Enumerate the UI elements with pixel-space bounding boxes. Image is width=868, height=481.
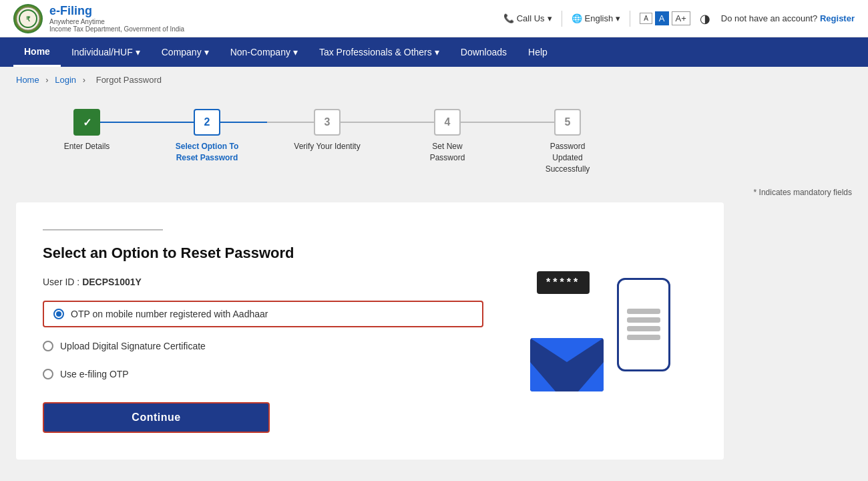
dropdown-icon: ▾	[136, 47, 140, 57]
option-efiling-otp[interactable]: Use e-filing OTP	[43, 365, 483, 383]
phone-icon: 📞	[503, 13, 514, 23]
step-4-circle: 4	[434, 109, 461, 136]
phone-line3	[627, 326, 660, 331]
step-line-3a	[267, 122, 314, 123]
logo-emblem: ₹	[13, 4, 43, 33]
font-small-button[interactable]: A	[640, 13, 652, 24]
step-2-circle: 2	[194, 109, 220, 136]
font-size-controls: A A A+	[640, 11, 690, 25]
step-1-label: Enter Details	[64, 141, 110, 152]
option-dsc[interactable]: Upload Digital Signature Certificate	[43, 337, 483, 355]
card: Select an Option to Reset Password User …	[16, 202, 724, 460]
radio-efiling	[43, 369, 53, 379]
top-bar: ₹ e-Filing Anywhere Anytime Income Tax D…	[0, 0, 868, 37]
nav-home[interactable]: Home	[13, 37, 61, 67]
card-title-line	[43, 229, 163, 230]
phone-line4	[627, 335, 660, 340]
radio-dot	[56, 311, 61, 317]
step-5: 5 Password Updated Successfully	[507, 109, 628, 174]
nav-company[interactable]: Company ▾	[151, 37, 220, 67]
step-1: ✓ Enter Details	[27, 109, 147, 152]
step-5-circle: 5	[554, 109, 581, 136]
logo-text: e-Filing Anywhere Anytime Income Tax Dep…	[49, 4, 184, 33]
dropdown-icon4: ▾	[435, 47, 439, 57]
step-line-2b	[220, 122, 267, 123]
step-4: 4 Set New Password	[387, 109, 507, 164]
step-line-4a	[387, 122, 434, 123]
option-list: OTP on mobile number registered with Aad…	[43, 301, 483, 383]
envelope-illustration	[530, 338, 604, 391]
breadcrumb: Home › Login › Forgot Password	[0, 67, 868, 93]
step-3: 3 Verify Your Identity	[267, 109, 387, 152]
step-line-4b	[461, 122, 507, 123]
font-large-button[interactable]: A+	[672, 11, 690, 25]
top-right: 📞 Call Us ▾ 🌐 English ▾ A A A+ ◑ Do not …	[503, 11, 855, 27]
continue-button[interactable]: Continue	[43, 402, 270, 433]
breadcrumb-sep2: ›	[83, 75, 85, 85]
nav-individual[interactable]: Individual/HUF ▾	[61, 37, 151, 67]
breadcrumb-home[interactable]: Home	[16, 75, 39, 85]
call-us-button[interactable]: 📞 Call Us ▾	[503, 13, 552, 23]
divider2	[630, 11, 630, 27]
step-5-label: Password Updated Successfully	[534, 141, 601, 174]
envelope-left	[530, 362, 556, 391]
logo-tagline: Anywhere Anytime Income Tax Department, …	[49, 18, 184, 33]
step-3-label: Verify Your Identity	[294, 141, 360, 152]
radio-dsc	[43, 341, 53, 351]
contrast-button[interactable]: ◑	[700, 11, 710, 26]
language-button[interactable]: 🌐 English ▾	[572, 13, 621, 23]
top-actions: 📞 Call Us ▾ 🌐 English ▾ A A A+ ◑	[503, 11, 710, 27]
step-4-label: Set New Password	[414, 141, 481, 164]
envelope-right	[578, 362, 604, 391]
step-line-2a	[147, 122, 194, 123]
envelope-body	[530, 338, 604, 391]
option-aadhaar-label: OTP on mobile number registered with Aad…	[71, 309, 268, 319]
nav-tax-professionals[interactable]: Tax Professionals & Others ▾	[308, 37, 450, 67]
dropdown-icon2: ▾	[204, 47, 209, 57]
logo-area: ₹ e-Filing Anywhere Anytime Income Tax D…	[13, 4, 184, 33]
phone-line1	[627, 309, 660, 314]
register-link[interactable]: Register	[820, 13, 855, 23]
phone-illustration	[617, 278, 670, 371]
nav-non-company[interactable]: Non-Company ▾	[220, 37, 308, 67]
card-left: Select an Option to Reset Password User …	[43, 229, 483, 433]
option-efiling-label: Use e-filing OTP	[60, 369, 129, 379]
card-title: Select an Option to Reset Password	[43, 244, 483, 263]
user-id-row: User ID : DECPS1001Y	[43, 277, 483, 287]
breadcrumb-sep1: ›	[45, 75, 48, 85]
progress-area: ✓ Enter Details 2 Select Option To Reset…	[0, 93, 868, 185]
step-2-label: Select Option To Reset Password	[174, 141, 240, 164]
globe-icon: 🌐	[572, 13, 582, 23]
envelope-flap	[530, 338, 604, 362]
register-area: Do not have an account? Register	[721, 13, 855, 23]
nav-help[interactable]: Help	[517, 37, 558, 67]
divider	[562, 11, 562, 27]
main-content: Select an Option to Reset Password User …	[0, 202, 868, 481]
step-line-3b	[341, 122, 387, 123]
user-id-label: User ID :	[43, 277, 82, 287]
chevron-down-icon: ▾	[616, 13, 620, 23]
main-nav: Home Individual/HUF ▾ Company ▾ Non-Comp…	[0, 37, 868, 67]
option-dsc-label: Upload Digital Signature Certificate	[60, 341, 206, 351]
step-line-1	[100, 122, 147, 123]
illustration: *****	[523, 265, 684, 398]
radio-aadhaar	[53, 309, 64, 319]
svg-text:₹: ₹	[26, 15, 31, 23]
breadcrumb-login[interactable]: Login	[55, 75, 76, 85]
otp-box: *****	[537, 271, 590, 294]
step-line-5a	[507, 122, 554, 123]
breadcrumb-current: Forgot Password	[96, 75, 162, 85]
user-id-value: DECPS1001Y	[82, 277, 142, 287]
nav-downloads[interactable]: Downloads	[450, 37, 517, 67]
step-3-circle: 3	[314, 109, 341, 136]
card-right: *****	[510, 229, 697, 433]
option-aadhaar-otp[interactable]: OTP on mobile number registered with Aad…	[43, 301, 483, 327]
step-2: 2 Select Option To Reset Password	[147, 109, 267, 164]
dropdown-icon3: ▾	[293, 47, 298, 57]
step-1-circle: ✓	[73, 109, 100, 136]
font-medium-button[interactable]: A	[655, 11, 669, 25]
chevron-down-icon: ▾	[548, 13, 552, 23]
mandatory-note: * Indicates mandatory fields	[0, 185, 868, 202]
phone-line2	[627, 317, 660, 323]
steps: ✓ Enter Details 2 Select Option To Reset…	[27, 109, 628, 174]
